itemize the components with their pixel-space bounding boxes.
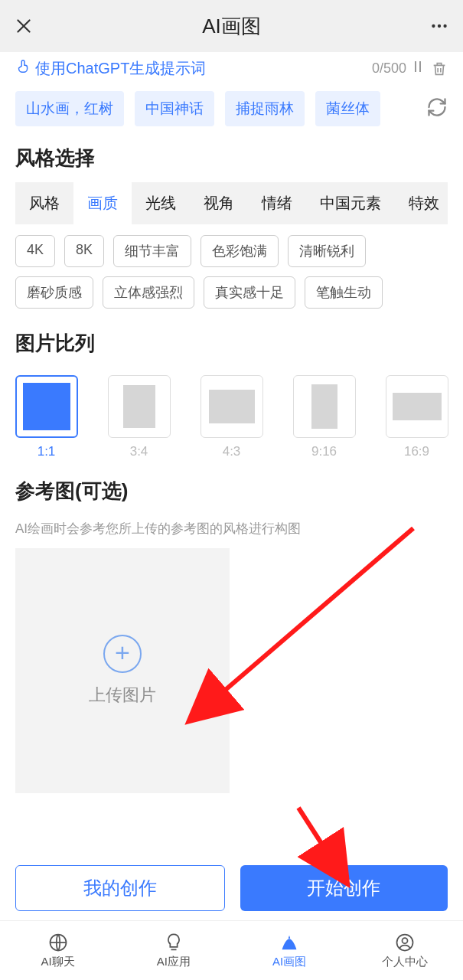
pause-icon bbox=[412, 60, 423, 77]
ratio-option[interactable]: 4:3 bbox=[191, 375, 272, 459]
aspect-ratios: 1:13:44:39:1616:9 bbox=[6, 375, 457, 459]
ratio-label: 3:4 bbox=[130, 444, 148, 459]
char-counter: 0/500 bbox=[372, 60, 406, 77]
action-buttons: 我的创作 开始创作 bbox=[15, 865, 448, 911]
ratio-option[interactable]: 1:1 bbox=[6, 375, 86, 459]
ratio-option[interactable]: 16:9 bbox=[377, 375, 457, 459]
nav-apps[interactable]: AI应用 bbox=[116, 921, 231, 980]
svg-point-2 bbox=[432, 24, 435, 28]
quality-option[interactable]: 磨砂质感 bbox=[15, 276, 93, 309]
reference-heading: 参考图(可选) bbox=[15, 478, 448, 505]
more-icon[interactable] bbox=[429, 16, 449, 36]
style-tab[interactable]: 视角 bbox=[190, 182, 248, 224]
suggestion-chip[interactable]: 菌丝体 bbox=[315, 91, 380, 126]
suggestion-chip[interactable]: 中国神话 bbox=[135, 91, 214, 126]
style-tab[interactable]: 中国元素 bbox=[306, 182, 395, 224]
svg-point-3 bbox=[438, 24, 441, 28]
style-heading: 风格选择 bbox=[15, 145, 448, 172]
start-create-button[interactable]: 开始创作 bbox=[240, 865, 448, 911]
quality-option[interactable]: 细节丰富 bbox=[113, 235, 191, 267]
style-tab[interactable]: 情绪 bbox=[248, 182, 306, 224]
ratio-label: 16:9 bbox=[404, 444, 429, 459]
ratio-label: 4:3 bbox=[223, 444, 241, 459]
style-tab[interactable]: 光线 bbox=[132, 182, 190, 224]
plus-icon: + bbox=[103, 635, 142, 673]
style-tab[interactable]: 风格 bbox=[15, 182, 73, 224]
prompt-hint-row[interactable]: 使用ChatGPT生成提示词 0/500 bbox=[15, 58, 448, 79]
page-title: AI画图 bbox=[34, 13, 429, 40]
nav-label: AI应用 bbox=[157, 955, 191, 969]
my-creations-button[interactable]: 我的创作 bbox=[15, 865, 225, 911]
nav-label: 个人中心 bbox=[382, 955, 428, 969]
upload-label: 上传图片 bbox=[89, 684, 156, 707]
ratio-option[interactable]: 3:4 bbox=[99, 375, 179, 459]
ratio-label: 9:16 bbox=[311, 444, 337, 459]
quality-option[interactable]: 4K bbox=[15, 235, 55, 267]
ratio-option[interactable]: 9:16 bbox=[284, 375, 364, 459]
refresh-icon[interactable] bbox=[426, 96, 448, 121]
nav-label: AI聊天 bbox=[41, 955, 75, 969]
quality-option[interactable]: 真实感十足 bbox=[204, 276, 295, 309]
nav-label: AI画图 bbox=[272, 955, 306, 969]
bottom-nav: AI聊天AI应用AI画图个人中心 bbox=[0, 920, 463, 980]
style-tab[interactable]: 特效 bbox=[395, 182, 453, 224]
quality-options: 4K8K细节丰富色彩饱满清晰锐利磨砂质感立体感强烈真实感十足笔触生动 bbox=[15, 235, 448, 309]
quality-option[interactable]: 立体感强烈 bbox=[103, 276, 194, 309]
suggestion-chips: 山水画，红树中国神话捕捉雨林菌丝体 bbox=[15, 91, 448, 126]
upload-box[interactable]: + 上传图片 bbox=[15, 548, 230, 793]
quality-option[interactable]: 8K bbox=[64, 235, 104, 267]
suggestion-chip[interactable]: 捕捉雨林 bbox=[225, 91, 305, 126]
style-tab[interactable]: 画质 bbox=[73, 182, 132, 224]
header: AI画图 bbox=[0, 0, 463, 52]
style-tabs: 风格画质光线视角情绪中国元素特效 bbox=[15, 182, 448, 224]
svg-point-9 bbox=[403, 938, 408, 943]
quality-option[interactable]: 色彩饱满 bbox=[201, 235, 279, 267]
ratio-heading: 图片比列 bbox=[15, 330, 448, 357]
reference-subtext: AI绘画时会参考您所上传的参考图的风格进行构图 bbox=[15, 520, 448, 537]
nav-draw[interactable]: AI画图 bbox=[232, 921, 347, 980]
suggestion-chip[interactable]: 山水画，红树 bbox=[15, 91, 124, 126]
quality-option[interactable]: 笔触生动 bbox=[305, 276, 383, 309]
prompt-hint-text: 使用ChatGPT生成提示词 bbox=[35, 58, 372, 79]
pointer-icon bbox=[15, 58, 32, 79]
trash-icon[interactable] bbox=[431, 60, 448, 77]
quality-option[interactable]: 清晰锐利 bbox=[288, 235, 366, 267]
nav-chat[interactable]: AI聊天 bbox=[0, 921, 116, 980]
ratio-label: 1:1 bbox=[37, 444, 56, 459]
nav-profile[interactable]: 个人中心 bbox=[347, 921, 463, 980]
close-icon[interactable] bbox=[14, 16, 34, 36]
svg-point-4 bbox=[443, 24, 446, 28]
